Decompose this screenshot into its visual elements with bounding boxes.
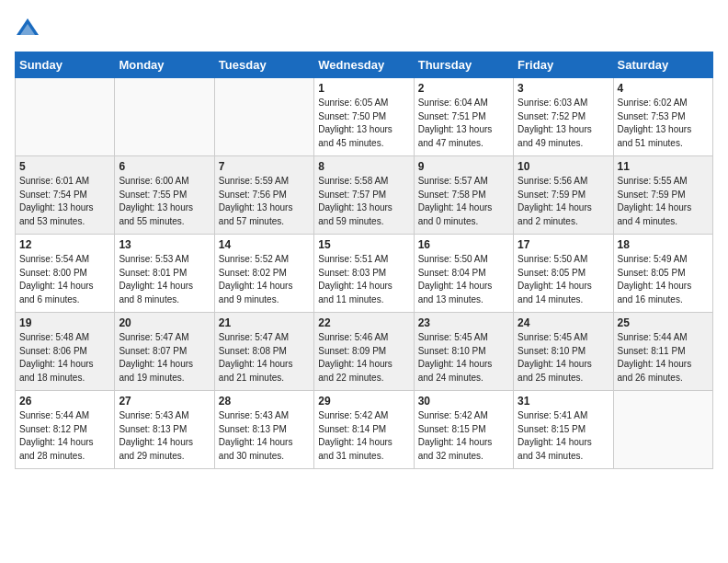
calendar-day-12: 12Sunrise: 5:54 AM Sunset: 8:00 PM Dayli…	[16, 235, 115, 313]
day-info: Sunrise: 5:47 AM Sunset: 8:08 PM Dayligh…	[219, 331, 310, 385]
day-number: 13	[119, 238, 210, 251]
calendar-day-4: 4Sunrise: 6:02 AM Sunset: 7:53 PM Daylig…	[613, 78, 712, 156]
calendar-day-7: 7Sunrise: 5:59 AM Sunset: 7:56 PM Daylig…	[214, 156, 313, 235]
calendar-empty	[613, 391, 712, 469]
day-info: Sunrise: 5:50 AM Sunset: 8:04 PM Dayligh…	[418, 253, 509, 306]
day-info: Sunrise: 5:59 AM Sunset: 7:56 PM Dayligh…	[219, 175, 310, 228]
day-number: 21	[219, 316, 310, 329]
calendar-day-20: 20Sunrise: 5:47 AM Sunset: 8:07 PM Dayli…	[115, 313, 214, 391]
day-number: 25	[618, 316, 709, 329]
calendar-day-21: 21Sunrise: 5:47 AM Sunset: 8:08 PM Dayli…	[214, 313, 313, 391]
day-number: 27	[119, 395, 210, 408]
day-info: Sunrise: 6:01 AM Sunset: 7:54 PM Dayligh…	[19, 175, 110, 228]
day-info: Sunrise: 5:45 AM Sunset: 8:10 PM Dayligh…	[418, 331, 509, 385]
day-info: Sunrise: 6:04 AM Sunset: 7:51 PM Dayligh…	[418, 97, 509, 150]
day-info: Sunrise: 5:43 AM Sunset: 8:13 PM Dayligh…	[219, 409, 310, 463]
day-number: 31	[518, 395, 609, 408]
calendar-day-22: 22Sunrise: 5:46 AM Sunset: 8:09 PM Dayli…	[314, 313, 414, 391]
calendar-day-24: 24Sunrise: 5:45 AM Sunset: 8:10 PM Dayli…	[514, 313, 613, 391]
day-info: Sunrise: 5:49 AM Sunset: 8:05 PM Dayligh…	[618, 253, 709, 306]
day-number: 7	[219, 160, 310, 173]
calendar-day-23: 23Sunrise: 5:45 AM Sunset: 8:10 PM Dayli…	[414, 313, 513, 391]
day-number: 17	[518, 238, 609, 251]
day-number: 15	[318, 238, 409, 251]
day-info: Sunrise: 5:41 AM Sunset: 8:15 PM Dayligh…	[518, 409, 609, 463]
day-number: 20	[119, 316, 210, 329]
day-number: 26	[19, 395, 110, 408]
day-info: Sunrise: 5:42 AM Sunset: 8:15 PM Dayligh…	[418, 409, 509, 463]
weekday-header-saturday: Saturday	[613, 52, 712, 78]
calendar-week-4: 19Sunrise: 5:48 AM Sunset: 8:06 PM Dayli…	[16, 313, 713, 391]
day-number: 11	[618, 160, 709, 173]
day-number: 10	[518, 160, 609, 173]
day-info: Sunrise: 5:55 AM Sunset: 7:59 PM Dayligh…	[618, 175, 709, 228]
calendar-day-5: 5Sunrise: 6:01 AM Sunset: 7:54 PM Daylig…	[16, 156, 115, 235]
logo-icon	[15, 15, 40, 40]
day-info: Sunrise: 5:52 AM Sunset: 8:02 PM Dayligh…	[219, 253, 310, 306]
day-number: 4	[618, 82, 709, 95]
day-info: Sunrise: 5:42 AM Sunset: 8:14 PM Dayligh…	[318, 409, 409, 463]
day-info: Sunrise: 5:48 AM Sunset: 8:06 PM Dayligh…	[19, 331, 110, 385]
day-info: Sunrise: 5:51 AM Sunset: 8:03 PM Dayligh…	[318, 253, 409, 306]
calendar-day-1: 1Sunrise: 6:05 AM Sunset: 7:50 PM Daylig…	[314, 78, 414, 156]
calendar-day-19: 19Sunrise: 5:48 AM Sunset: 8:06 PM Dayli…	[16, 313, 115, 391]
day-number: 2	[418, 82, 509, 95]
weekday-header-friday: Friday	[514, 52, 613, 78]
calendar-day-9: 9Sunrise: 5:57 AM Sunset: 7:58 PM Daylig…	[414, 156, 513, 235]
day-number: 16	[418, 238, 509, 251]
day-number: 30	[418, 395, 509, 408]
weekday-header-tuesday: Tuesday	[214, 52, 313, 78]
calendar-day-11: 11Sunrise: 5:55 AM Sunset: 7:59 PM Dayli…	[613, 156, 712, 235]
weekday-header-row: SundayMondayTuesdayWednesdayThursdayFrid…	[16, 52, 713, 78]
day-number: 8	[318, 160, 409, 173]
day-number: 6	[119, 160, 210, 173]
calendar-day-29: 29Sunrise: 5:42 AM Sunset: 8:14 PM Dayli…	[314, 391, 414, 469]
calendar-day-2: 2Sunrise: 6:04 AM Sunset: 7:51 PM Daylig…	[414, 78, 513, 156]
calendar-week-5: 26Sunrise: 5:44 AM Sunset: 8:12 PM Dayli…	[16, 391, 713, 469]
day-info: Sunrise: 6:03 AM Sunset: 7:52 PM Dayligh…	[518, 97, 609, 150]
logo	[15, 15, 44, 40]
day-info: Sunrise: 5:46 AM Sunset: 8:09 PM Dayligh…	[318, 331, 409, 385]
day-number: 23	[418, 316, 509, 329]
calendar-day-17: 17Sunrise: 5:50 AM Sunset: 8:05 PM Dayli…	[514, 235, 613, 313]
day-number: 3	[518, 82, 609, 95]
day-number: 14	[219, 238, 310, 251]
calendar-day-6: 6Sunrise: 6:00 AM Sunset: 7:55 PM Daylig…	[115, 156, 214, 235]
day-number: 24	[518, 316, 609, 329]
calendar-day-26: 26Sunrise: 5:44 AM Sunset: 8:12 PM Dayli…	[16, 391, 115, 469]
day-info: Sunrise: 5:53 AM Sunset: 8:01 PM Dayligh…	[119, 253, 210, 306]
day-number: 28	[219, 395, 310, 408]
calendar-day-8: 8Sunrise: 5:58 AM Sunset: 7:57 PM Daylig…	[314, 156, 414, 235]
day-number: 22	[318, 316, 409, 329]
day-info: Sunrise: 5:50 AM Sunset: 8:05 PM Dayligh…	[518, 253, 609, 306]
calendar-day-14: 14Sunrise: 5:52 AM Sunset: 8:02 PM Dayli…	[214, 235, 313, 313]
day-info: Sunrise: 6:00 AM Sunset: 7:55 PM Dayligh…	[119, 175, 210, 228]
calendar-day-25: 25Sunrise: 5:44 AM Sunset: 8:11 PM Dayli…	[613, 313, 712, 391]
day-number: 1	[318, 82, 409, 95]
weekday-header-wednesday: Wednesday	[314, 52, 414, 78]
day-info: Sunrise: 5:45 AM Sunset: 8:10 PM Dayligh…	[518, 331, 609, 385]
calendar-empty	[115, 78, 214, 156]
day-info: Sunrise: 5:58 AM Sunset: 7:57 PM Dayligh…	[318, 175, 409, 228]
day-info: Sunrise: 5:43 AM Sunset: 8:13 PM Dayligh…	[119, 409, 210, 463]
calendar-day-28: 28Sunrise: 5:43 AM Sunset: 8:13 PM Dayli…	[214, 391, 313, 469]
day-info: Sunrise: 5:54 AM Sunset: 8:00 PM Dayligh…	[19, 253, 110, 306]
calendar-day-27: 27Sunrise: 5:43 AM Sunset: 8:13 PM Dayli…	[115, 391, 214, 469]
day-number: 5	[19, 160, 110, 173]
day-info: Sunrise: 6:02 AM Sunset: 7:53 PM Dayligh…	[618, 97, 709, 150]
calendar-day-13: 13Sunrise: 5:53 AM Sunset: 8:01 PM Dayli…	[115, 235, 214, 313]
calendar-empty	[214, 78, 313, 156]
calendar-table: SundayMondayTuesdayWednesdayThursdayFrid…	[15, 52, 713, 469]
calendar-week-1: 1Sunrise: 6:05 AM Sunset: 7:50 PM Daylig…	[16, 78, 713, 156]
weekday-header-sunday: Sunday	[16, 52, 115, 78]
calendar-day-16: 16Sunrise: 5:50 AM Sunset: 8:04 PM Dayli…	[414, 235, 513, 313]
calendar-empty	[16, 78, 115, 156]
day-info: Sunrise: 5:56 AM Sunset: 7:59 PM Dayligh…	[518, 175, 609, 228]
day-number: 9	[418, 160, 509, 173]
page-header	[15, 15, 713, 40]
day-info: Sunrise: 5:57 AM Sunset: 7:58 PM Dayligh…	[418, 175, 509, 228]
day-info: Sunrise: 5:44 AM Sunset: 8:11 PM Dayligh…	[618, 331, 709, 385]
day-number: 12	[19, 238, 110, 251]
calendar-day-3: 3Sunrise: 6:03 AM Sunset: 7:52 PM Daylig…	[514, 78, 613, 156]
calendar-week-3: 12Sunrise: 5:54 AM Sunset: 8:00 PM Dayli…	[16, 235, 713, 313]
